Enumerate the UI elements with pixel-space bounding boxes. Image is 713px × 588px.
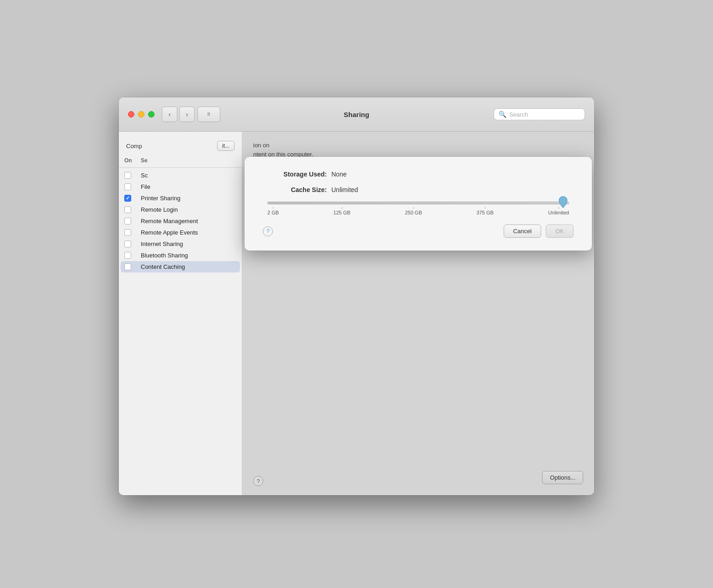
search-input[interactable]: Search (509, 111, 528, 118)
grid-button[interactable]: ⠿ (197, 107, 220, 122)
close-button[interactable] (128, 111, 134, 118)
tick-line (273, 207, 273, 209)
tick-label-2gb: 2 GB (267, 210, 279, 215)
traffic-lights (128, 111, 154, 118)
remote-apple-events-label: Remote Apple Events (141, 229, 198, 236)
search-icon: 🔍 (499, 111, 506, 118)
sidebar-item-content-caching[interactable]: Content Caching (121, 261, 240, 273)
sidebar: Comp it... On Se Sc File (119, 132, 242, 495)
tick-label-125gb: 125 GB (333, 210, 350, 215)
printer-sharing-label: Printer Sharing (141, 195, 181, 202)
sidebar-item-file-sharing[interactable]: File (119, 181, 242, 192)
content-area: Comp it... On Se Sc File (119, 132, 594, 495)
remote-login-label: Remote Login (141, 206, 178, 213)
file-sharing-label: File (141, 183, 150, 190)
slider-ticks: 2 GB 125 GB 250 GB (263, 207, 574, 215)
ok-button[interactable]: OK (546, 225, 574, 238)
col-service-header: Se (141, 157, 236, 164)
tick-2gb: 2 GB (267, 207, 279, 215)
sidebar-item-bluetooth-sharing[interactable]: Bluetooth Sharing (119, 250, 242, 261)
tick-line (485, 207, 485, 209)
internet-sharing-label: Internet Sharing (141, 241, 183, 247)
col-on-header: On (124, 157, 141, 164)
storage-used-label: Storage Used: (263, 171, 327, 178)
sidebar-item-remote-login[interactable]: Remote Login (119, 204, 242, 215)
screen-sharing-checkbox[interactable] (124, 172, 131, 179)
storage-used-value: None (331, 171, 346, 178)
grid-icon: ⠿ (207, 112, 211, 117)
file-sharing-checkbox[interactable] (124, 183, 131, 190)
right-panel: ion on ntent on this computer. Cache iCl… (242, 132, 594, 495)
tick-label-375gb: 375 GB (477, 210, 494, 215)
modal-actions: ? Cancel OK (263, 225, 574, 238)
bluetooth-sharing-label: Bluetooth Sharing (141, 252, 188, 259)
tick-375gb: 375 GB (477, 207, 494, 215)
internet-sharing-checkbox[interactable] (124, 241, 131, 247)
tick-250gb: 250 GB (405, 207, 422, 215)
cache-size-label: Cache Size: (263, 186, 327, 193)
remote-apple-events-checkbox[interactable] (124, 229, 131, 236)
slider-track[interactable] (267, 202, 569, 204)
content-caching-checkbox[interactable] (124, 263, 131, 270)
storage-used-row: Storage Used: None (263, 171, 574, 178)
sidebar-item-internet-sharing[interactable]: Internet Sharing (119, 238, 242, 250)
screen-sharing-label: Sc (141, 172, 148, 179)
nav-buttons: ‹ › (162, 107, 195, 122)
content-caching-label: Content Caching (141, 263, 185, 270)
title-bar: ‹ › ⠿ Sharing 🔍 Search (119, 97, 594, 132)
modal-overlay: Storage Used: None Cache Size: Unlimited (242, 132, 594, 495)
cache-size-row: Cache Size: Unlimited (263, 186, 574, 193)
slider-thumb[interactable] (557, 196, 569, 211)
cache-size-modal: Storage Used: None Cache Size: Unlimited (245, 157, 592, 251)
sidebar-header: Comp it... (119, 137, 242, 156)
computer-name-label: Comp (126, 143, 142, 150)
cache-slider-area: 2 GB 125 GB 250 GB (263, 202, 574, 215)
slider-filled (268, 202, 569, 204)
remote-management-label: Remote Management (141, 218, 198, 225)
sidebar-item-remote-apple-events[interactable]: Remote Apple Events (119, 227, 242, 238)
search-box[interactable]: 🔍 Search (494, 108, 585, 120)
sidebar-item-printer-sharing[interactable]: Printer Sharing (119, 192, 242, 204)
back-button[interactable]: ‹ (162, 107, 177, 122)
sidebar-item-remote-management[interactable]: Remote Management (119, 215, 242, 227)
cancel-button[interactable]: Cancel (504, 225, 541, 238)
window-title: Sharing (344, 111, 369, 118)
zoom-button[interactable] (148, 111, 154, 118)
cache-size-value: Unlimited (331, 186, 358, 193)
tick-line (413, 207, 414, 209)
remote-login-checkbox[interactable] (124, 206, 131, 213)
tick-line (342, 207, 342, 209)
remote-management-checkbox[interactable] (124, 218, 131, 225)
sidebar-item-screen-sharing[interactable]: Sc (119, 170, 242, 181)
minimize-button[interactable] (138, 111, 144, 118)
printer-sharing-checkbox[interactable] (124, 195, 131, 202)
sidebar-columns: On Se (119, 156, 242, 168)
help-button-modal[interactable]: ? (263, 226, 273, 236)
tick-125gb: 125 GB (333, 207, 350, 215)
main-window: ‹ › ⠿ Sharing 🔍 Search Comp it... On (119, 97, 594, 495)
bluetooth-sharing-checkbox[interactable] (124, 252, 131, 259)
tick-label-250gb: 250 GB (405, 210, 422, 215)
edit-button[interactable]: it... (217, 141, 234, 151)
forward-button[interactable]: › (179, 107, 195, 122)
